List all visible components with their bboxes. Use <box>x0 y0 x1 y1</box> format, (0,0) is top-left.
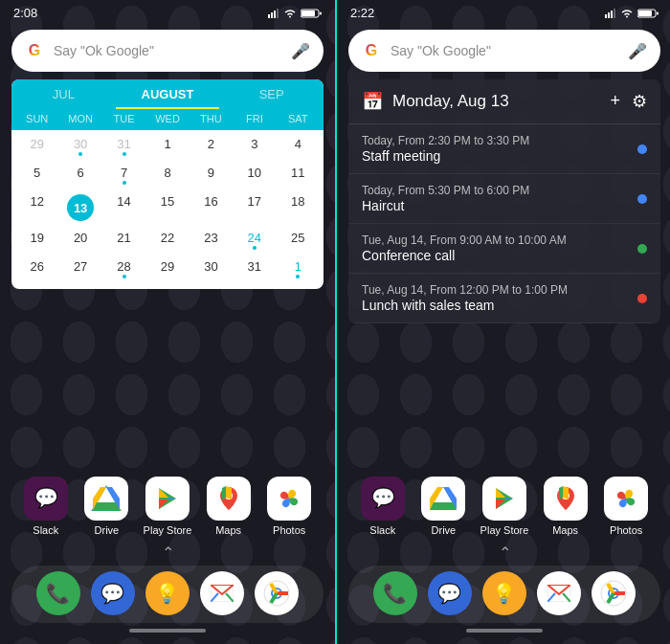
event-item-4[interactable]: Tue, Aug 14, From 12:00 PM to 1:00 PM Lu… <box>348 274 660 323</box>
cal-day[interactable]: 24 <box>233 226 276 255</box>
event-time-2: Today, From 5:30 PM to 6:00 PM <box>362 184 626 197</box>
cal-day[interactable]: 26 <box>15 255 58 283</box>
calendar-icon-small: 📅 <box>362 91 383 112</box>
dock-area-right: 💬 Slack Drive Play Store <box>337 469 670 644</box>
cal-day[interactable]: 21 <box>102 226 145 255</box>
dock-phone-left[interactable]: 📞 <box>36 571 80 615</box>
cal-day[interactable]: 22 <box>145 226 189 255</box>
month-august[interactable]: AUGUST <box>116 87 220 109</box>
cal-day[interactable]: 11 <box>277 161 320 189</box>
svg-rect-0 <box>268 14 270 18</box>
cal-day[interactable]: 12 <box>15 189 58 226</box>
cal-day[interactable]: 7 <box>102 161 145 189</box>
app-maps-right[interactable]: Maps <box>539 477 592 536</box>
svg-rect-3 <box>277 9 279 18</box>
chevron-up-right[interactable]: ⌃ <box>337 540 670 566</box>
cal-day[interactable]: 30 <box>190 255 233 283</box>
app-playstore-left[interactable]: Play Store <box>141 477 194 536</box>
playstore-icon-left <box>145 477 190 521</box>
cal-day-today[interactable]: 13 <box>58 189 101 226</box>
event-name-1: Staff meeting <box>362 148 626 164</box>
svg-text:💬: 💬 <box>370 486 394 509</box>
app-playstore-right[interactable]: Play Store <box>478 477 531 536</box>
dock-phone-right[interactable]: 📞 <box>373 571 417 615</box>
settings-button[interactable]: ⚙ <box>632 91 647 112</box>
cal-day[interactable]: 4 <box>277 132 320 161</box>
cal-day[interactable]: 29 <box>145 255 189 283</box>
cal-day[interactable]: 16 <box>190 189 233 226</box>
cal-day[interactable]: 1 <box>145 132 189 161</box>
cal-day[interactable]: 30 <box>58 132 101 161</box>
cal-day[interactable]: 3 <box>233 132 276 161</box>
photos-icon-left <box>267 477 311 521</box>
cal-day[interactable]: 19 <box>15 226 58 255</box>
drive-icon-left <box>84 477 128 521</box>
maps-icon-right <box>544 477 588 521</box>
mic-icon-right[interactable]: 🎤 <box>628 41 647 60</box>
cal-day[interactable]: 17 <box>233 189 276 226</box>
month-jul[interactable]: JUL <box>11 87 116 109</box>
cal-day[interactable]: 5 <box>15 161 58 189</box>
cal-day[interactable]: 31 <box>233 255 276 283</box>
event-info-1: Today, From 2:30 PM to 3:30 PM Staff mee… <box>362 134 626 164</box>
calendar-grid: 29 30 31 1 2 3 4 5 6 7 8 9 10 11 12 13 1… <box>11 130 324 289</box>
cal-day[interactable]: 31 <box>102 132 145 161</box>
app-slack-right[interactable]: 💬 Slack <box>356 477 410 536</box>
day-fri: FRI <box>233 113 276 124</box>
event-item-1[interactable]: Today, From 2:30 PM to 3:30 PM Staff mee… <box>348 124 660 174</box>
cal-day[interactable]: 23 <box>190 226 233 255</box>
event-name-3: Conference call <box>362 248 626 263</box>
cal-day[interactable]: 28 <box>102 255 145 283</box>
event-item-2[interactable]: Today, From 5:30 PM to 6:00 PM Haircut <box>348 174 660 224</box>
drive-icon-right <box>421 477 465 521</box>
maps-icon-left <box>207 477 251 521</box>
cal-day[interactable]: 9 <box>190 161 233 189</box>
cal-day[interactable]: 14 <box>102 189 145 226</box>
signal-icon <box>268 9 279 18</box>
home-indicator-right <box>466 629 543 633</box>
cal-day[interactable]: 8 <box>145 161 189 189</box>
dock-chrome-left[interactable] <box>255 571 299 615</box>
cal-day[interactable]: 27 <box>58 255 101 283</box>
app-slack-left[interactable]: 💬 Slack <box>19 477 73 536</box>
cal-day[interactable]: 1 <box>277 255 320 283</box>
cal-day[interactable]: 18 <box>277 189 320 226</box>
dock-chrome-right[interactable] <box>592 571 636 615</box>
month-sep[interactable]: SEP <box>219 87 324 109</box>
chevron-up-left[interactable]: ⌃ <box>0 540 335 566</box>
search-placeholder-right: Say "Ok Google" <box>391 43 618 58</box>
mic-icon-left[interactable]: 🎤 <box>291 41 310 60</box>
search-bar-left[interactable]: G Say "Ok Google" 🎤 <box>11 30 324 72</box>
svg-marker-45 <box>563 486 569 500</box>
app-photos-right[interactable]: Photos <box>599 477 653 536</box>
cal-day[interactable]: 2 <box>190 132 233 161</box>
dock-bulb-right[interactable]: 💡 <box>482 571 526 615</box>
app-maps-left[interactable]: Maps <box>202 477 256 536</box>
dock-gmail-left[interactable] <box>200 571 244 615</box>
cal-day[interactable]: 6 <box>58 161 101 189</box>
add-event-button[interactable]: + <box>610 91 620 112</box>
cal-day[interactable]: 15 <box>145 189 189 226</box>
app-row-left: 💬 Slack Drive Play Store <box>0 469 335 540</box>
cal-day[interactable]: 10 <box>233 161 276 189</box>
photos-icon-right <box>604 477 648 521</box>
event-item-3[interactable]: Tue, Aug 14, From 9:00 AM to 10:00 AM Co… <box>348 224 660 274</box>
events-header: 📅 Monday, Aug 13 + ⚙ <box>348 79 660 124</box>
cal-day[interactable]: 20 <box>58 226 101 255</box>
app-drive-left[interactable]: Drive <box>79 477 133 536</box>
calendar-widget[interactable]: JUL AUGUST SEP SUN MON TUE WED THU FRI S… <box>11 79 324 289</box>
dock-messages-right[interactable]: 💬 <box>428 571 472 615</box>
time-left: 2:08 <box>13 6 37 20</box>
dock-messages-left[interactable]: 💬 <box>91 571 135 615</box>
cal-day[interactable]: 29 <box>15 132 58 161</box>
right-phone-screen: 2:22 G Say "Ok Google" 🎤 📅 Monday, Aug 1… <box>337 0 670 644</box>
search-bar-right[interactable]: G Say "Ok Google" 🎤 <box>348 30 660 72</box>
day-thu: THU <box>190 113 233 124</box>
cal-day[interactable]: 25 <box>277 226 320 255</box>
battery-icon-right <box>637 9 659 18</box>
dock-bulb-left[interactable]: 💡 <box>145 571 190 615</box>
dock-gmail-right[interactable] <box>537 571 581 615</box>
app-photos-left[interactable]: Photos <box>262 477 316 536</box>
events-actions: + ⚙ <box>610 91 647 112</box>
app-drive-right[interactable]: Drive <box>416 477 470 536</box>
